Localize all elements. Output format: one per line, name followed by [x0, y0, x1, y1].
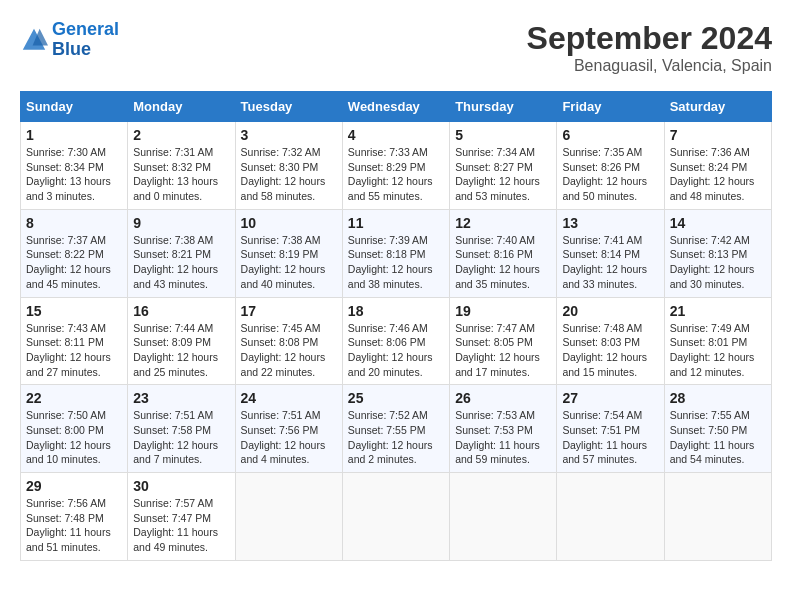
day-number: 3 — [241, 127, 337, 143]
day-info: Sunrise: 7:51 AMSunset: 7:58 PMDaylight:… — [133, 408, 229, 467]
day-info: Sunrise: 7:47 AMSunset: 8:05 PMDaylight:… — [455, 321, 551, 380]
day-number: 17 — [241, 303, 337, 319]
day-number: 25 — [348, 390, 444, 406]
day-info: Sunrise: 7:46 AMSunset: 8:06 PMDaylight:… — [348, 321, 444, 380]
calendar-cell: 19Sunrise: 7:47 AMSunset: 8:05 PMDayligh… — [450, 297, 557, 385]
page-header: GeneralBlue September 2024 Benaguasil, V… — [20, 20, 772, 75]
calendar-cell: 4Sunrise: 7:33 AMSunset: 8:29 PMDaylight… — [342, 122, 449, 210]
day-number: 10 — [241, 215, 337, 231]
day-info: Sunrise: 7:30 AMSunset: 8:34 PMDaylight:… — [26, 145, 122, 204]
day-info: Sunrise: 7:32 AMSunset: 8:30 PMDaylight:… — [241, 145, 337, 204]
day-number: 24 — [241, 390, 337, 406]
calendar-cell — [450, 473, 557, 561]
day-number: 26 — [455, 390, 551, 406]
day-number: 13 — [562, 215, 658, 231]
calendar-cell: 20Sunrise: 7:48 AMSunset: 8:03 PMDayligh… — [557, 297, 664, 385]
logo-text: GeneralBlue — [52, 20, 119, 60]
week-row-5: 29Sunrise: 7:56 AMSunset: 7:48 PMDayligh… — [21, 473, 772, 561]
calendar-cell: 27Sunrise: 7:54 AMSunset: 7:51 PMDayligh… — [557, 385, 664, 473]
day-number: 19 — [455, 303, 551, 319]
calendar-table: Sunday Monday Tuesday Wednesday Thursday… — [20, 91, 772, 561]
day-info: Sunrise: 7:44 AMSunset: 8:09 PMDaylight:… — [133, 321, 229, 380]
calendar-cell — [557, 473, 664, 561]
col-friday: Friday — [557, 92, 664, 122]
day-info: Sunrise: 7:55 AMSunset: 7:50 PMDaylight:… — [670, 408, 766, 467]
calendar-cell: 26Sunrise: 7:53 AMSunset: 7:53 PMDayligh… — [450, 385, 557, 473]
day-info: Sunrise: 7:43 AMSunset: 8:11 PMDaylight:… — [26, 321, 122, 380]
col-tuesday: Tuesday — [235, 92, 342, 122]
calendar-cell: 22Sunrise: 7:50 AMSunset: 8:00 PMDayligh… — [21, 385, 128, 473]
day-number: 4 — [348, 127, 444, 143]
week-row-3: 15Sunrise: 7:43 AMSunset: 8:11 PMDayligh… — [21, 297, 772, 385]
day-info: Sunrise: 7:36 AMSunset: 8:24 PMDaylight:… — [670, 145, 766, 204]
calendar-cell: 11Sunrise: 7:39 AMSunset: 8:18 PMDayligh… — [342, 209, 449, 297]
calendar-cell — [664, 473, 771, 561]
day-info: Sunrise: 7:37 AMSunset: 8:22 PMDaylight:… — [26, 233, 122, 292]
day-number: 8 — [26, 215, 122, 231]
day-info: Sunrise: 7:51 AMSunset: 7:56 PMDaylight:… — [241, 408, 337, 467]
calendar-cell: 10Sunrise: 7:38 AMSunset: 8:19 PMDayligh… — [235, 209, 342, 297]
week-row-1: 1Sunrise: 7:30 AMSunset: 8:34 PMDaylight… — [21, 122, 772, 210]
day-number: 29 — [26, 478, 122, 494]
calendar-cell — [235, 473, 342, 561]
calendar-cell: 13Sunrise: 7:41 AMSunset: 8:14 PMDayligh… — [557, 209, 664, 297]
day-info: Sunrise: 7:50 AMSunset: 8:00 PMDaylight:… — [26, 408, 122, 467]
calendar-cell: 15Sunrise: 7:43 AMSunset: 8:11 PMDayligh… — [21, 297, 128, 385]
col-wednesday: Wednesday — [342, 92, 449, 122]
day-info: Sunrise: 7:39 AMSunset: 8:18 PMDaylight:… — [348, 233, 444, 292]
day-number: 21 — [670, 303, 766, 319]
title-block: September 2024 Benaguasil, Valencia, Spa… — [527, 20, 772, 75]
logo-icon — [20, 26, 48, 54]
month-title: September 2024 — [527, 20, 772, 57]
day-info: Sunrise: 7:41 AMSunset: 8:14 PMDaylight:… — [562, 233, 658, 292]
day-number: 20 — [562, 303, 658, 319]
calendar-cell: 14Sunrise: 7:42 AMSunset: 8:13 PMDayligh… — [664, 209, 771, 297]
day-number: 23 — [133, 390, 229, 406]
day-info: Sunrise: 7:34 AMSunset: 8:27 PMDaylight:… — [455, 145, 551, 204]
day-info: Sunrise: 7:31 AMSunset: 8:32 PMDaylight:… — [133, 145, 229, 204]
day-number: 12 — [455, 215, 551, 231]
calendar-cell: 7Sunrise: 7:36 AMSunset: 8:24 PMDaylight… — [664, 122, 771, 210]
calendar-cell: 30Sunrise: 7:57 AMSunset: 7:47 PMDayligh… — [128, 473, 235, 561]
day-info: Sunrise: 7:48 AMSunset: 8:03 PMDaylight:… — [562, 321, 658, 380]
calendar-cell: 16Sunrise: 7:44 AMSunset: 8:09 PMDayligh… — [128, 297, 235, 385]
day-number: 18 — [348, 303, 444, 319]
calendar-cell: 28Sunrise: 7:55 AMSunset: 7:50 PMDayligh… — [664, 385, 771, 473]
day-number: 9 — [133, 215, 229, 231]
week-row-4: 22Sunrise: 7:50 AMSunset: 8:00 PMDayligh… — [21, 385, 772, 473]
day-info: Sunrise: 7:45 AMSunset: 8:08 PMDaylight:… — [241, 321, 337, 380]
calendar-cell: 23Sunrise: 7:51 AMSunset: 7:58 PMDayligh… — [128, 385, 235, 473]
header-row: Sunday Monday Tuesday Wednesday Thursday… — [21, 92, 772, 122]
day-number: 2 — [133, 127, 229, 143]
calendar-cell: 2Sunrise: 7:31 AMSunset: 8:32 PMDaylight… — [128, 122, 235, 210]
day-number: 5 — [455, 127, 551, 143]
calendar-cell: 8Sunrise: 7:37 AMSunset: 8:22 PMDaylight… — [21, 209, 128, 297]
day-number: 30 — [133, 478, 229, 494]
day-info: Sunrise: 7:52 AMSunset: 7:55 PMDaylight:… — [348, 408, 444, 467]
day-number: 16 — [133, 303, 229, 319]
logo: GeneralBlue — [20, 20, 119, 60]
calendar-cell: 1Sunrise: 7:30 AMSunset: 8:34 PMDaylight… — [21, 122, 128, 210]
calendar-cell: 6Sunrise: 7:35 AMSunset: 8:26 PMDaylight… — [557, 122, 664, 210]
day-info: Sunrise: 7:38 AMSunset: 8:19 PMDaylight:… — [241, 233, 337, 292]
day-info: Sunrise: 7:56 AMSunset: 7:48 PMDaylight:… — [26, 496, 122, 555]
calendar-cell: 24Sunrise: 7:51 AMSunset: 7:56 PMDayligh… — [235, 385, 342, 473]
calendar-cell: 9Sunrise: 7:38 AMSunset: 8:21 PMDaylight… — [128, 209, 235, 297]
day-info: Sunrise: 7:42 AMSunset: 8:13 PMDaylight:… — [670, 233, 766, 292]
day-info: Sunrise: 7:33 AMSunset: 8:29 PMDaylight:… — [348, 145, 444, 204]
calendar-cell: 12Sunrise: 7:40 AMSunset: 8:16 PMDayligh… — [450, 209, 557, 297]
calendar-cell: 25Sunrise: 7:52 AMSunset: 7:55 PMDayligh… — [342, 385, 449, 473]
day-number: 14 — [670, 215, 766, 231]
calendar-cell — [342, 473, 449, 561]
day-info: Sunrise: 7:38 AMSunset: 8:21 PMDaylight:… — [133, 233, 229, 292]
day-info: Sunrise: 7:53 AMSunset: 7:53 PMDaylight:… — [455, 408, 551, 467]
calendar-cell: 3Sunrise: 7:32 AMSunset: 8:30 PMDaylight… — [235, 122, 342, 210]
day-info: Sunrise: 7:40 AMSunset: 8:16 PMDaylight:… — [455, 233, 551, 292]
week-row-2: 8Sunrise: 7:37 AMSunset: 8:22 PMDaylight… — [21, 209, 772, 297]
day-number: 15 — [26, 303, 122, 319]
day-number: 22 — [26, 390, 122, 406]
calendar-cell: 18Sunrise: 7:46 AMSunset: 8:06 PMDayligh… — [342, 297, 449, 385]
calendar-cell: 5Sunrise: 7:34 AMSunset: 8:27 PMDaylight… — [450, 122, 557, 210]
day-number: 7 — [670, 127, 766, 143]
day-number: 1 — [26, 127, 122, 143]
